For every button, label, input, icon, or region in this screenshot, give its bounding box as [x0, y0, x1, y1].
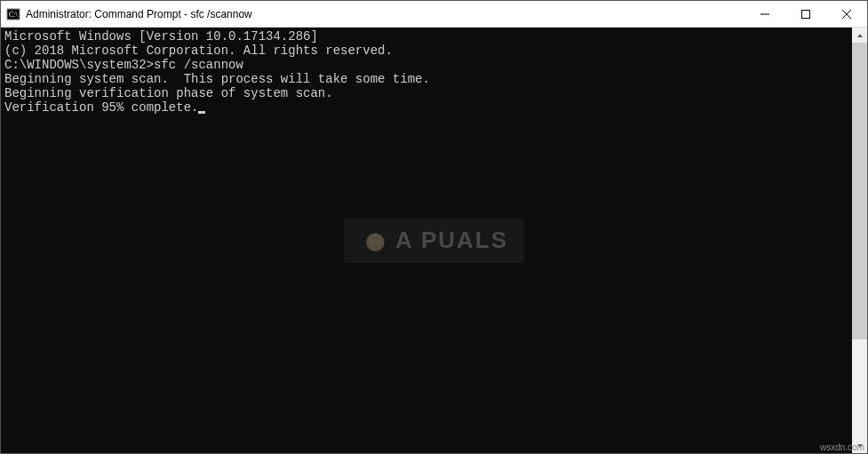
- terminal-line: Beginning system scan. This process will…: [4, 72, 848, 86]
- source-label: wsxdn.com: [820, 442, 864, 452]
- svg-marker-6: [857, 34, 863, 37]
- terminal-line: Microsoft Windows [Version 10.0.17134.28…: [4, 29, 848, 44]
- terminal-line: Verification 95% complete.: [4, 100, 848, 115]
- cmd-icon: C:\: [6, 7, 20, 21]
- terminal-line: C:\WINDOWS\system32>sfc /scannow: [4, 58, 848, 72]
- window-controls: [745, 1, 867, 27]
- scrollbar-track[interactable]: [852, 43, 867, 438]
- terminal-line: (c) 2018 Microsoft Corporation. All righ…: [4, 44, 848, 58]
- svg-text:C:\: C:\: [9, 11, 19, 19]
- scrollbar-thumb[interactable]: [852, 43, 867, 339]
- svg-rect-3: [802, 10, 810, 18]
- terminal-line: Beginning verification phase of system s…: [4, 86, 848, 100]
- window-title: Administrator: Command Prompt - sfc /sca…: [26, 8, 252, 20]
- minimize-button[interactable]: [745, 1, 785, 27]
- maximize-button[interactable]: [785, 1, 826, 27]
- terminal-area: Microsoft Windows [Version 10.0.17134.28…: [1, 28, 867, 453]
- close-button[interactable]: [826, 1, 867, 27]
- terminal-output[interactable]: Microsoft Windows [Version 10.0.17134.28…: [1, 28, 852, 453]
- command-prompt-window: C:\ Administrator: Command Prompt - sfc …: [0, 0, 868, 454]
- vertical-scrollbar[interactable]: [852, 28, 867, 453]
- titlebar[interactable]: C:\ Administrator: Command Prompt - sfc …: [1, 1, 867, 28]
- terminal-cursor: [198, 111, 205, 114]
- scroll-up-button[interactable]: [852, 28, 867, 43]
